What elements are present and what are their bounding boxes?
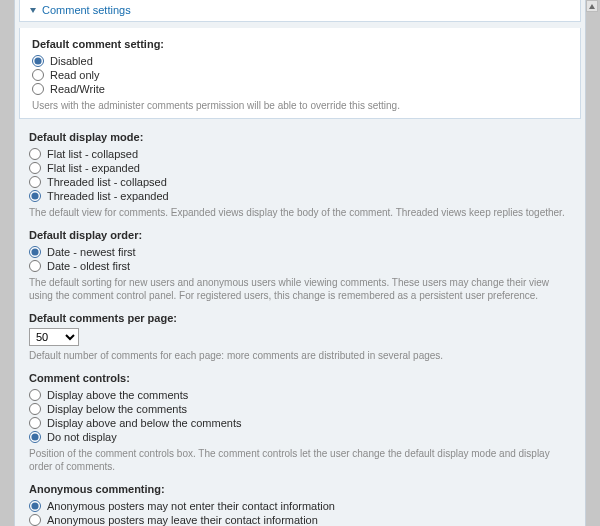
option-flat-expanded[interactable]: Flat list - expanded — [29, 161, 571, 175]
radio-threaded-collapsed[interactable] — [29, 176, 41, 188]
option-below[interactable]: Display below the comments — [29, 402, 571, 416]
controls-block: Comment controls: Display above the comm… — [15, 368, 585, 479]
radio-anon-may[interactable] — [29, 514, 41, 526]
fieldset-header[interactable]: Comment settings — [19, 0, 581, 22]
anonymous-label: Anonymous commenting: — [29, 483, 571, 495]
per-page-select[interactable]: 50 — [29, 328, 79, 346]
option-text: Threaded list - collapsed — [47, 176, 167, 188]
display-order-block: Default display order: Date - newest fir… — [15, 225, 585, 308]
option-above[interactable]: Display above the comments — [29, 388, 571, 402]
default-comment-setting-block: Default comment setting: Disabled Read o… — [19, 28, 581, 119]
controls-hint: Position of the comment controls box. Th… — [29, 447, 571, 473]
option-no-display[interactable]: Do not display — [29, 430, 571, 444]
option-disabled[interactable]: Disabled — [32, 54, 568, 68]
option-text: Date - oldest first — [47, 260, 130, 272]
display-order-label: Default display order: — [29, 229, 571, 241]
radio-no-display[interactable] — [29, 431, 41, 443]
option-threaded-collapsed[interactable]: Threaded list - collapsed — [29, 175, 571, 189]
default-setting-label: Default comment setting: — [32, 38, 568, 50]
radio-threaded-expanded[interactable] — [29, 190, 41, 202]
radio-date-oldest[interactable] — [29, 260, 41, 272]
per-page-hint: Default number of comments for each page… — [29, 349, 571, 362]
option-text: Display above the comments — [47, 389, 188, 401]
controls-label: Comment controls: — [29, 372, 571, 384]
option-date-oldest[interactable]: Date - oldest first — [29, 259, 571, 273]
settings-page: Comment settings Default comment setting… — [14, 0, 586, 526]
scroll-up-icon[interactable] — [586, 0, 598, 12]
option-read-only[interactable]: Read only — [32, 68, 568, 82]
option-anon-may[interactable]: Anonymous posters may leave their contac… — [29, 513, 571, 526]
fieldset-title-link[interactable]: Comment settings — [42, 4, 131, 16]
display-order-hint: The default sorting for new users and an… — [29, 276, 571, 302]
option-text: Anonymous posters may not enter their co… — [47, 500, 335, 512]
option-text: Date - newest first — [47, 246, 136, 258]
anonymous-block: Anonymous commenting: Anonymous posters … — [15, 479, 585, 526]
option-above-below[interactable]: Display above and below the comments — [29, 416, 571, 430]
display-mode-hint: The default view for comments. Expanded … — [29, 206, 571, 219]
radio-flat-collapsed[interactable] — [29, 148, 41, 160]
option-text: Anonymous posters may leave their contac… — [47, 514, 318, 526]
per-page-block: Default comments per page: 50 Default nu… — [15, 308, 585, 368]
radio-disabled[interactable] — [32, 55, 44, 67]
radio-above-below[interactable] — [29, 417, 41, 429]
radio-anon-may-not[interactable] — [29, 500, 41, 512]
default-setting-hint: Users with the administer comments permi… — [32, 99, 568, 112]
option-threaded-expanded[interactable]: Threaded list - expanded — [29, 189, 571, 203]
option-text: Read only — [50, 69, 100, 81]
option-text: Threaded list - expanded — [47, 190, 169, 202]
option-read-write[interactable]: Read/Write — [32, 82, 568, 96]
display-mode-block: Default display mode: Flat list - collap… — [15, 127, 585, 225]
radio-read-write[interactable] — [32, 83, 44, 95]
option-flat-collapsed[interactable]: Flat list - collapsed — [29, 147, 571, 161]
chevron-down-icon — [30, 8, 36, 13]
display-mode-label: Default display mode: — [29, 131, 571, 143]
option-text: Display below the comments — [47, 403, 187, 415]
option-text: Read/Write — [50, 83, 105, 95]
option-text: Disabled — [50, 55, 93, 67]
radio-date-newest[interactable] — [29, 246, 41, 258]
radio-read-only[interactable] — [32, 69, 44, 81]
option-text: Flat list - collapsed — [47, 148, 138, 160]
radio-above[interactable] — [29, 389, 41, 401]
per-page-label: Default comments per page: — [29, 312, 571, 324]
radio-flat-expanded[interactable] — [29, 162, 41, 174]
option-text: Display above and below the comments — [47, 417, 241, 429]
radio-below[interactable] — [29, 403, 41, 415]
option-text: Do not display — [47, 431, 117, 443]
option-text: Flat list - expanded — [47, 162, 140, 174]
option-date-newest[interactable]: Date - newest first — [29, 245, 571, 259]
option-anon-may-not[interactable]: Anonymous posters may not enter their co… — [29, 499, 571, 513]
